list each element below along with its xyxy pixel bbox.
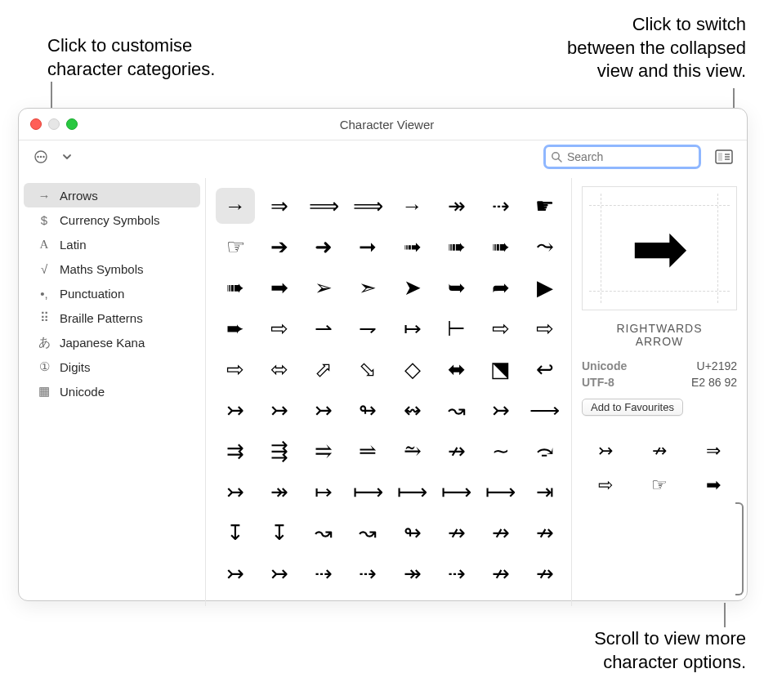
- character-cell[interactable]: ↣: [216, 392, 255, 428]
- variant-glyph[interactable]: ➡: [690, 475, 737, 496]
- character-cell[interactable]: →: [393, 188, 432, 224]
- character-cell[interactable]: ↛: [525, 555, 565, 591]
- character-cell[interactable]: ↝: [437, 392, 476, 428]
- character-cell[interactable]: ↛: [437, 433, 476, 469]
- character-cell[interactable]: ↧: [216, 515, 255, 551]
- variant-glyph[interactable]: ☞: [636, 475, 683, 496]
- search-input[interactable]: [565, 149, 694, 164]
- sidebar-item-braille[interactable]: ⠿ Braille Patterns: [24, 305, 200, 330]
- character-cell[interactable]: ↛: [525, 515, 565, 551]
- character-cell[interactable]: ↦: [393, 310, 432, 346]
- character-cell[interactable]: ⥤: [304, 433, 343, 469]
- character-cell[interactable]: ↛: [437, 515, 476, 551]
- character-cell[interactable]: ➣: [348, 270, 387, 305]
- character-cell[interactable]: ↣: [304, 392, 343, 428]
- sidebar-item-arrows[interactable]: → Arrows: [24, 183, 200, 207]
- character-cell[interactable]: ⇢: [437, 555, 476, 591]
- character-cell[interactable]: ∼: [481, 433, 521, 469]
- customise-categories-button[interactable]: [30, 147, 51, 167]
- character-cell[interactable]: ↝: [348, 515, 387, 551]
- character-cell[interactable]: ↭: [393, 392, 432, 428]
- character-cell[interactable]: ⬔: [481, 351, 521, 387]
- character-cell[interactable]: ⟶: [525, 392, 565, 428]
- character-cell[interactable]: ⥲: [393, 433, 432, 469]
- add-to-favourites-button[interactable]: Add to Favourites: [582, 399, 683, 416]
- character-cell[interactable]: ↠: [393, 555, 432, 591]
- character-cell[interactable]: ⟼: [348, 474, 387, 510]
- character-cell[interactable]: ↛: [481, 555, 521, 591]
- character-cell[interactable]: ⇨: [260, 310, 299, 346]
- character-cell[interactable]: ☛: [525, 188, 565, 224]
- variant-glyph[interactable]: ↣: [582, 440, 629, 461]
- close-window-button[interactable]: [30, 118, 42, 130]
- character-cell[interactable]: ⟹: [348, 188, 387, 224]
- character-cell[interactable]: ↣: [216, 555, 255, 591]
- character-cell[interactable]: ⟼: [437, 474, 476, 510]
- sidebar-item-maths[interactable]: √ Maths Symbols: [24, 256, 200, 281]
- sidebar-item-japanese-kana[interactable]: あ Japanese Kana: [24, 330, 200, 354]
- character-cell[interactable]: ⇢: [348, 555, 387, 591]
- sidebar-item-latin[interactable]: A Latin: [24, 232, 200, 256]
- character-cell[interactable]: ⤳: [525, 229, 565, 265]
- character-cell[interactable]: ⟼: [481, 474, 521, 510]
- variant-glyph[interactable]: ⇨: [582, 475, 629, 496]
- character-cell[interactable]: ↬: [393, 515, 432, 551]
- sidebar-item-currency[interactable]: $ Currency Symbols: [24, 207, 200, 232]
- character-cell[interactable]: ➨: [216, 310, 255, 346]
- search-field[interactable]: [543, 145, 701, 169]
- character-cell[interactable]: ➔: [260, 229, 299, 265]
- character-cell[interactable]: ➟: [393, 229, 432, 265]
- character-cell[interactable]: ➠: [216, 270, 255, 305]
- sidebar-item-digits[interactable]: ① Digits: [24, 354, 200, 379]
- character-cell[interactable]: ⇨: [216, 351, 255, 387]
- character-cell[interactable]: ⇒: [260, 188, 299, 224]
- character-cell[interactable]: ↠: [437, 188, 476, 224]
- character-cell[interactable]: ➡: [260, 270, 299, 305]
- character-cell[interactable]: ⇥: [525, 474, 565, 510]
- character-cell[interactable]: ⇉: [216, 433, 255, 469]
- character-cell[interactable]: ⇢: [481, 188, 521, 224]
- character-cell[interactable]: ⇶: [260, 433, 299, 469]
- character-cell[interactable]: ↣: [260, 392, 299, 428]
- character-cell[interactable]: ↣: [481, 392, 521, 428]
- sidebar-item-unicode[interactable]: ▦ Unicode: [24, 379, 200, 404]
- variant-glyph[interactable]: ⇒: [690, 440, 737, 461]
- character-cell[interactable]: ➤: [393, 270, 432, 305]
- character-cell[interactable]: ➢: [304, 270, 343, 305]
- character-cell[interactable]: ⬌: [437, 351, 476, 387]
- character-cell[interactable]: ⟹: [304, 188, 343, 224]
- sidebar-item-punctuation[interactable]: •, Punctuation: [24, 281, 200, 305]
- character-cell[interactable]: ↦: [304, 474, 343, 510]
- minimize-window-button[interactable]: [48, 118, 60, 130]
- character-cell[interactable]: ◇: [393, 351, 432, 387]
- character-cell[interactable]: ▶: [525, 270, 565, 305]
- character-cell[interactable]: ↬: [348, 392, 387, 428]
- character-cell[interactable]: ➠: [437, 229, 476, 265]
- character-cell[interactable]: →: [216, 188, 255, 224]
- character-cell[interactable]: ↣: [216, 474, 255, 510]
- toggle-collapse-button[interactable]: [713, 147, 735, 167]
- character-cell[interactable]: ☞: [216, 229, 255, 265]
- character-cell[interactable]: ⇀: [304, 310, 343, 346]
- zoom-window-button[interactable]: [66, 118, 78, 130]
- character-cell[interactable]: ➦: [481, 270, 521, 305]
- character-grid-pane[interactable]: →⇒⟹⟹→↠⇢☛☞➔➜➞➟➠➠⤳➠➡➢➣➤➥➦▶➨⇨⇀⇁↦⊢⇨⇨⇨⬄⬀⬂◇⬌⬔↩…: [206, 178, 571, 606]
- character-cell[interactable]: ↠: [260, 474, 299, 510]
- character-cell[interactable]: ⬀: [304, 351, 343, 387]
- character-cell[interactable]: ⟼: [393, 474, 432, 510]
- category-menu-chevron[interactable]: [56, 147, 78, 167]
- character-cell[interactable]: ↧: [260, 515, 299, 551]
- character-cell[interactable]: ↛: [481, 515, 521, 551]
- character-cell[interactable]: ⬂: [348, 351, 387, 387]
- character-cell[interactable]: ➞: [348, 229, 387, 265]
- character-cell[interactable]: ⤼: [525, 433, 565, 469]
- character-cell[interactable]: ↝: [304, 515, 343, 551]
- character-cell[interactable]: ➥: [437, 270, 476, 305]
- character-cell[interactable]: ↣: [260, 555, 299, 591]
- character-cell[interactable]: ⥬: [348, 433, 387, 469]
- character-cell[interactable]: ⊢: [437, 310, 476, 346]
- character-cell[interactable]: ⬄: [260, 351, 299, 387]
- character-cell[interactable]: ⇢: [304, 555, 343, 591]
- variant-glyph[interactable]: ↛: [636, 440, 683, 461]
- character-cell[interactable]: ➠: [481, 229, 521, 265]
